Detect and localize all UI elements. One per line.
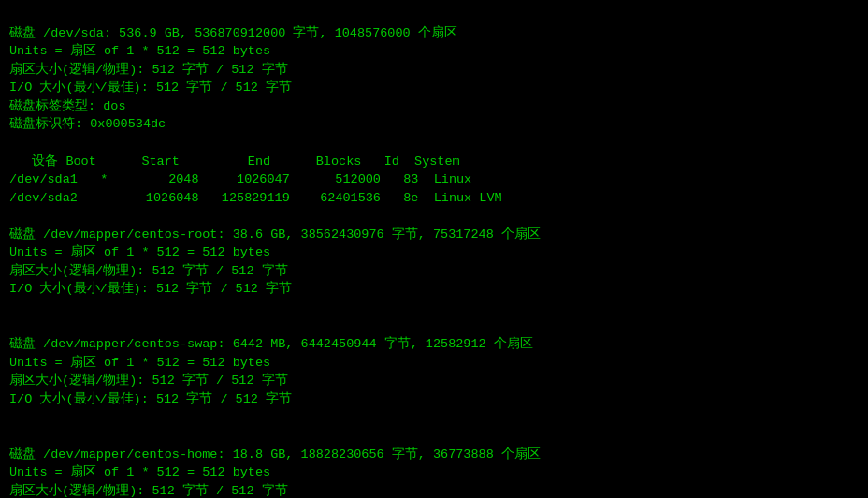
terminal-line-17 [9,317,859,336]
terminal-line-3: 扇区大小(逻辑/物理): 512 字节 / 512 字节 [9,61,859,80]
terminal-line-22 [9,408,859,427]
terminal: 磁盘 /dev/sda: 536.9 GB, 536870912000 字节, … [9,6,859,492]
terminal-line-9: /dev/sda1 * 2048 1026047 512000 83 Linux [9,170,859,189]
terminal-line-10: /dev/sda2 1026048 125829119 62401536 8e … [9,189,859,208]
terminal-line-4: I/O 大小(最小/最佳): 512 字节 / 512 字节 [9,79,859,97]
terminal-line-20: 扇区大小(逻辑/物理): 512 字节 / 512 字节 [9,372,859,390]
terminal-line-13: Units = 扇区 of 1 * 512 = 512 bytes [9,243,859,262]
terminal-line-7 [9,134,859,153]
terminal-line-23 [9,427,859,446]
terminal-line-16 [9,299,859,317]
terminal-line-18: 磁盘 /dev/mapper/centos-swap: 6442 MB, 644… [9,335,859,354]
terminal-line-5: 磁盘标签类型: dos [9,97,859,116]
terminal-line-0 [9,6,859,24]
terminal-line-2: Units = 扇区 of 1 * 512 = 512 bytes [9,42,859,61]
terminal-line-6: 磁盘标识符: 0x000534dc [9,115,859,134]
terminal-line-1: 磁盘 /dev/sda: 536.9 GB, 536870912000 字节, … [9,24,859,43]
terminal-line-19: Units = 扇区 of 1 * 512 = 512 bytes [9,354,859,373]
terminal-line-26: 扇区大小(逻辑/物理): 512 字节 / 512 字节 [9,482,859,498]
terminal-line-8: 设备 Boot Start End Blocks Id System [9,153,859,171]
terminal-line-14: 扇区大小(逻辑/物理): 512 字节 / 512 字节 [9,262,859,281]
terminal-line-24: 磁盘 /dev/mapper/centos-home: 18.8 GB, 188… [9,446,859,464]
terminal-line-25: Units = 扇区 of 1 * 512 = 512 bytes [9,463,859,482]
terminal-line-12: 磁盘 /dev/mapper/centos-root: 38.6 GB, 385… [9,226,859,244]
terminal-line-21: I/O 大小(最小/最佳): 512 字节 / 512 字节 [9,390,859,409]
terminal-line-15: I/O 大小(最小/最佳): 512 字节 / 512 字节 [9,280,859,299]
terminal-line-11 [9,207,859,226]
